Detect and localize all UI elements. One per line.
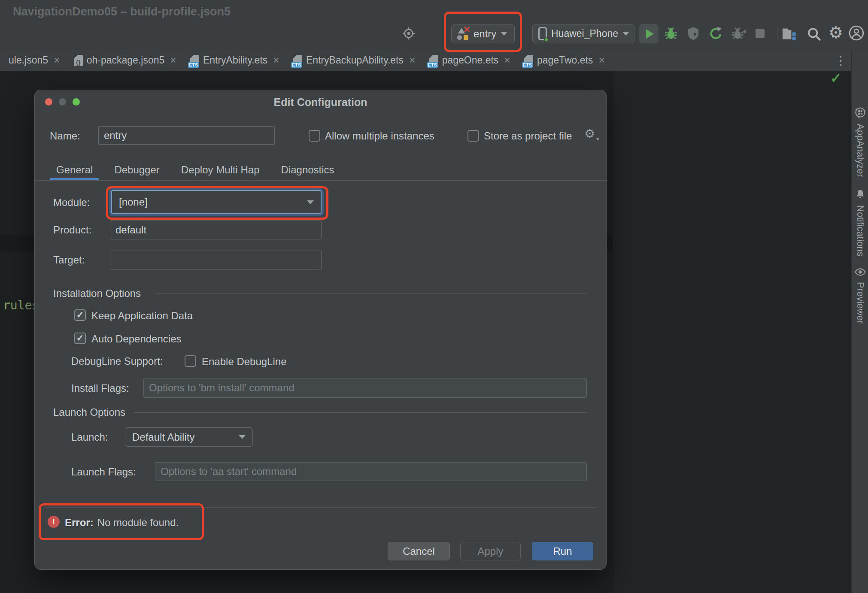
ets-file-icon: ETS <box>190 55 199 66</box>
enable-debugline-checkbox[interactable]: ✓ <box>185 355 196 367</box>
cancel-button[interactable]: Cancel <box>388 542 450 560</box>
launch-flags-label: Launch Flags: <box>71 466 136 478</box>
device-file-browser-button[interactable] <box>781 27 798 41</box>
editor-code-text: rules <box>3 298 39 312</box>
error-prefix: Error: <box>65 517 94 528</box>
titlebar: NavigationDemo05 – build-profile.json5 ✕… <box>0 0 868 51</box>
dialog-tab-bar: General Debugger Deploy Multi Hap Diagno… <box>50 159 340 180</box>
stop-icon <box>756 29 765 38</box>
launch-label: Launch: <box>71 431 108 443</box>
tab-diagnostics[interactable]: Diagnostics <box>275 159 340 180</box>
name-label: Name: <box>50 130 80 142</box>
window-title: NavigationDemo05 – build-profile.json5 <box>13 5 231 18</box>
keep-application-data-label[interactable]: Keep Application Data <box>91 310 193 321</box>
profile-button[interactable] <box>686 26 701 41</box>
auto-dependencies-label[interactable]: Auto Dependencies <box>91 333 181 345</box>
chevron-down-icon <box>307 200 314 204</box>
folder-devices-icon <box>781 27 798 41</box>
config-circle-shape <box>457 35 462 40</box>
close-icon[interactable]: × <box>598 55 605 66</box>
allow-multiple-label[interactable]: Allow multiple instances <box>325 130 434 142</box>
bug-icon <box>663 26 679 41</box>
close-icon[interactable]: × <box>273 55 279 66</box>
search-everywhere-button[interactable] <box>806 26 822 42</box>
allow-multiple-checkbox[interactable]: ✓ <box>309 130 320 142</box>
phone-icon <box>538 27 547 40</box>
account-button[interactable] <box>848 25 865 41</box>
bug-attach-icon <box>731 26 747 41</box>
launch-flags-input[interactable] <box>155 462 587 481</box>
debugline-support-label: DebugLine Support: <box>71 355 163 367</box>
stop-button[interactable] <box>756 29 765 38</box>
attach-debugger-button[interactable] <box>731 26 747 41</box>
account-icon <box>848 25 865 41</box>
launch-dropdown[interactable]: Default Ability <box>125 427 253 447</box>
tool-appanalyzer[interactable]: AppAnalyzer <box>852 106 868 177</box>
device-selector[interactable]: Huawei_Phone <box>532 24 634 43</box>
run-config-label: entry <box>473 28 496 40</box>
analysis-ok-icon: ✓ <box>830 70 841 86</box>
tool-previewer[interactable]: Previewer <box>852 267 868 324</box>
close-icon[interactable]: × <box>409 55 416 66</box>
edit-configuration-dialog: Edit Configuration Name: ✓ Allow multipl… <box>34 90 607 570</box>
module-label: Module: <box>53 197 90 208</box>
tab-deploy-multi-hap[interactable]: Deploy Multi Hap <box>175 159 266 180</box>
enable-debugline-label[interactable]: Enable DebugLine <box>202 356 287 367</box>
braces-glyph: {} <box>74 60 83 66</box>
run-button[interactable] <box>639 24 659 43</box>
keep-application-data-checkbox[interactable]: ✓ <box>74 309 86 321</box>
store-settings-gear-icon[interactable]: ⚙ ▾ <box>584 128 595 140</box>
store-as-project-checkbox[interactable]: ✓ <box>467 130 479 142</box>
target-label: Target: <box>53 254 85 266</box>
caret-down-icon: ▾ <box>596 136 599 142</box>
device-label: Huawei_Phone <box>551 28 618 39</box>
ets-file-icon: ETS <box>429 55 438 66</box>
tab-debugger[interactable]: Debugger <box>108 159 165 180</box>
ets-badge: ETS <box>291 62 302 68</box>
auto-dependencies-checkbox[interactable]: ✓ <box>74 333 86 344</box>
rerun-button[interactable] <box>708 26 724 41</box>
ets-badge: ETS <box>427 62 438 68</box>
tab-label: EntryAbility.ets <box>203 54 267 66</box>
run-dialog-button[interactable]: Run <box>532 542 593 560</box>
tab-label: ule.json5 <box>9 54 48 66</box>
module-dropdown[interactable]: [none] <box>111 190 322 214</box>
debug-button[interactable] <box>663 26 679 41</box>
tab-pagetwo-ets[interactable]: ETS pageTwo.ets × <box>517 51 612 70</box>
store-as-project-label[interactable]: Store as project file <box>484 130 572 142</box>
tab-entryability-ets[interactable]: ETS EntryAbility.ets × <box>183 51 286 70</box>
check-icon: ✓ <box>76 310 84 320</box>
target-input[interactable] <box>110 251 322 269</box>
tab-label: oh-package.json5 <box>87 54 165 66</box>
tool-label: Previewer <box>855 282 866 324</box>
run-config-selector[interactable]: ✕ entry <box>451 24 515 43</box>
tab-pageone-ets[interactable]: ETS pageOne.ets × <box>422 51 517 70</box>
chevron-down-icon <box>239 435 246 439</box>
play-icon <box>646 29 654 39</box>
error-detail: No module found. <box>97 517 179 528</box>
apply-button[interactable]: Apply <box>460 542 521 560</box>
name-input[interactable] <box>98 126 275 145</box>
chevron-down-icon <box>622 32 629 36</box>
shield-icon <box>686 26 701 41</box>
tab-general[interactable]: General <box>50 159 99 180</box>
close-icon[interactable]: × <box>170 55 176 66</box>
install-flags-input[interactable] <box>143 378 587 398</box>
locate-icon[interactable] <box>402 27 416 40</box>
settings-button[interactable]: ⚙ <box>827 24 845 42</box>
tab-entrybackupability-ets[interactable]: ETS EntryBackupAbility.ets × <box>286 51 422 70</box>
close-icon[interactable]: × <box>54 55 60 66</box>
bell-icon <box>855 189 866 200</box>
gear-icon: ⚙ <box>584 127 595 140</box>
product-input[interactable] <box>110 221 322 239</box>
tabs-divider <box>35 180 607 181</box>
more-tabs-icon[interactable]: ⋮ <box>835 53 847 68</box>
run-config-error-icon: ✕ <box>457 28 469 40</box>
tab-module-json5[interactable]: ule.json5 × <box>2 51 67 70</box>
close-icon[interactable]: × <box>504 55 510 66</box>
ets-badge: ETS <box>188 62 199 68</box>
editor-split-right[interactable] <box>612 71 851 593</box>
tool-notifications[interactable]: Notifications <box>852 189 868 257</box>
config-square-shape <box>464 35 468 40</box>
tab-oh-package-json5[interactable]: {} oh-package.json5 × <box>67 51 183 70</box>
